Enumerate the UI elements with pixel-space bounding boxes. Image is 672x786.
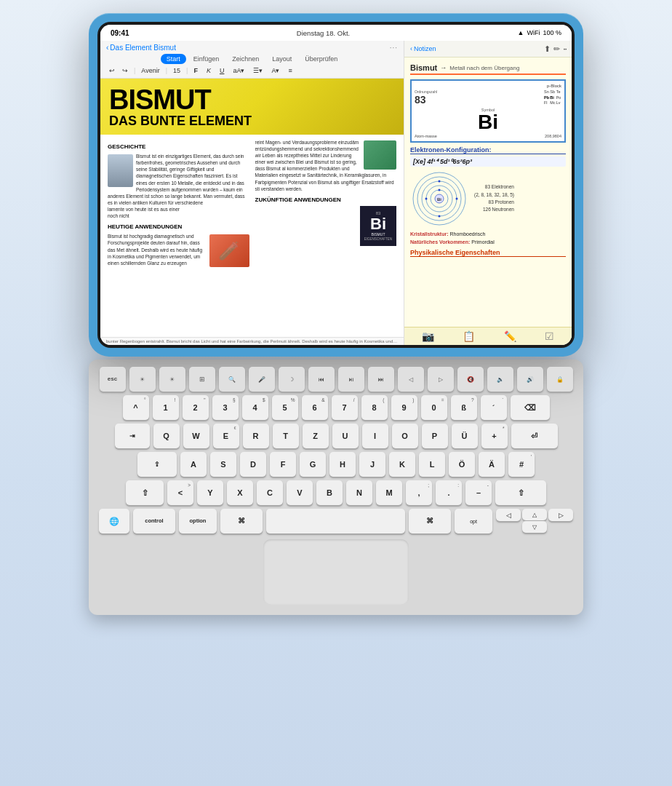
notes-more-icon[interactable]: ··· <box>563 44 566 54</box>
key-r[interactable]: R <box>243 424 269 448</box>
redo-button[interactable]: ↪ <box>119 66 131 75</box>
key-lt-gt[interactable]: >< <box>167 480 193 505</box>
key-brightness-down[interactable]: ☀ <box>129 367 156 392</box>
font-size[interactable]: 15 <box>170 66 183 75</box>
key-l[interactable]: L <box>419 452 445 477</box>
key-e[interactable]: E€ <box>213 424 239 448</box>
key-space[interactable] <box>266 509 405 533</box>
key-backtick[interactable]: `´ <box>481 395 507 420</box>
key-t[interactable]: T <box>273 424 299 448</box>
key-q[interactable]: Q <box>153 424 180 448</box>
tab-start[interactable]: Start <box>161 54 186 64</box>
tab-ueberpruefen[interactable]: Überprüfen <box>299 54 343 64</box>
key-arrow-right[interactable]: ▷ <box>548 509 573 521</box>
key-option[interactable]: option <box>179 509 217 533</box>
key-5[interactable]: %5 <box>272 395 298 420</box>
notes-bottom-checklist-icon[interactable]: ☑ <box>545 330 554 342</box>
key-3[interactable]: §3 <box>212 395 239 420</box>
notes-bottom-pencil-icon[interactable]: ✏️ <box>504 330 516 342</box>
key-s[interactable]: S <box>210 452 236 477</box>
key-caret[interactable]: °^ <box>123 395 149 420</box>
key-u-umlaut[interactable]: Ü <box>452 424 478 448</box>
key-arrow-up[interactable]: △ <box>522 509 547 520</box>
notes-bottom-camera-icon[interactable]: 📷 <box>422 330 434 342</box>
key-shift-right[interactable]: ⇧ <box>495 480 546 505</box>
key-z[interactable]: Z <box>303 424 329 448</box>
key-p[interactable]: P <box>422 424 448 448</box>
text-style-button[interactable]: ☰▾ <box>250 66 265 75</box>
key-v[interactable]: V <box>287 480 313 505</box>
key-o-umlaut[interactable]: Ö <box>449 452 475 477</box>
tab-layout[interactable]: Layout <box>266 54 297 64</box>
key-6[interactable]: &6 <box>302 395 328 420</box>
key-control[interactable]: control <box>133 509 175 533</box>
key-backspace[interactable]: ⌫ <box>511 395 550 420</box>
key-j[interactable]: J <box>359 452 385 477</box>
key-arrow-left[interactable]: ◁ <box>496 509 521 521</box>
key-b[interactable]: B <box>316 480 343 505</box>
list-button[interactable]: ≡ <box>285 66 295 75</box>
key-4[interactable]: $4 <box>242 395 268 420</box>
key-vol-up[interactable]: 🔊 <box>517 367 543 392</box>
key-enter[interactable]: ⏎ <box>511 424 558 448</box>
key-c[interactable]: C <box>257 480 283 505</box>
key-arrow-down[interactable]: ▽ <box>522 521 547 533</box>
key-fastforward[interactable]: ⏭ <box>368 367 394 392</box>
key-u[interactable]: U <box>332 424 359 448</box>
pages-back-button[interactable]: ‹ Das Element Bismut <box>106 44 176 52</box>
trackpad[interactable] <box>263 539 409 605</box>
key-h[interactable]: H <box>329 452 356 477</box>
key-minus[interactable]: -– <box>465 480 492 505</box>
key-period[interactable]: :. <box>436 480 462 505</box>
key-i[interactable]: I <box>362 424 388 448</box>
key-vol-down[interactable]: 🔈 <box>487 367 513 392</box>
notes-bottom-table-icon[interactable]: 📋 <box>463 330 475 342</box>
key-ss[interactable]: ?ß <box>451 395 477 420</box>
key-mission-control[interactable]: ⊞ <box>189 367 215 392</box>
key-cmd-right[interactable]: ⌘ <box>409 509 451 533</box>
key-rewind[interactable]: ⏮ <box>308 367 335 392</box>
pages-more-icon[interactable]: ··· <box>390 44 398 52</box>
key-vol-mute[interactable]: 🔇 <box>457 367 484 392</box>
key-comma[interactable]: ;, <box>406 480 432 505</box>
key-1[interactable]: !1 <box>153 395 179 420</box>
notes-back-button[interactable]: ‹ Notizen <box>410 45 436 52</box>
key-x[interactable]: X <box>227 480 253 505</box>
key-dictation[interactable]: 🎤 <box>249 367 275 392</box>
key-f[interactable]: F <box>270 452 296 477</box>
italic-button[interactable]: K <box>204 66 214 75</box>
text-size-button[interactable]: aA▾ <box>230 66 247 75</box>
underline-button[interactable]: U <box>217 66 228 75</box>
key-g[interactable]: G <box>300 452 326 477</box>
tab-einfuegen[interactable]: Einfügen <box>188 54 225 64</box>
text-color-button[interactable]: A▾ <box>268 66 282 75</box>
key-cmd-left[interactable]: ⌘ <box>220 509 263 533</box>
key-o[interactable]: O <box>392 424 418 448</box>
key-a-umlaut[interactable]: Ä <box>479 452 505 477</box>
key-caps-lock[interactable]: ⇪ <box>137 452 177 477</box>
key-n[interactable]: N <box>346 480 372 505</box>
key-0[interactable]: =0 <box>421 395 447 420</box>
key-k[interactable]: K <box>389 452 415 477</box>
key-7[interactable]: /7 <box>332 395 358 420</box>
key-lock[interactable]: 🔒 <box>547 367 573 392</box>
key-tab[interactable]: ⇥ <box>115 424 150 448</box>
bold-button[interactable]: F <box>191 66 201 75</box>
tab-zeichnen[interactable]: Zeichnen <box>226 54 265 64</box>
key-search[interactable]: 🔍 <box>219 367 245 392</box>
notes-compose-icon[interactable]: ✏ <box>553 44 560 54</box>
undo-button[interactable]: ↩ <box>106 66 118 75</box>
key-w[interactable]: W <box>183 424 209 448</box>
key-esc[interactable]: esc <box>100 367 126 392</box>
key-a[interactable]: A <box>180 452 207 477</box>
key-brightness-up[interactable]: ☀ <box>159 367 185 392</box>
key-play[interactable]: ⏯ <box>338 367 364 392</box>
key-dnd[interactable]: ☽ <box>279 367 305 392</box>
key-8[interactable]: (8 <box>361 395 388 420</box>
key-y[interactable]: Y <box>197 480 223 505</box>
key-9[interactable]: )9 <box>391 395 417 420</box>
key-m[interactable]: M <box>376 480 402 505</box>
font-selector[interactable]: Avenir <box>138 66 162 75</box>
key-d[interactable]: D <box>240 452 266 477</box>
key-opt-right[interactable]: opt <box>455 509 492 533</box>
